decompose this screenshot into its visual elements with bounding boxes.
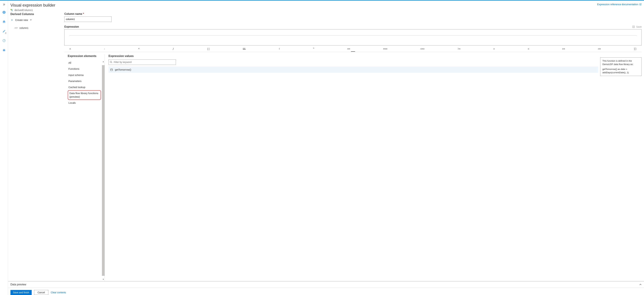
op-gte[interactable]: >= bbox=[561, 47, 566, 50]
svg-rect-1 bbox=[4, 12, 4, 13]
op-gt[interactable]: > bbox=[492, 47, 496, 50]
save-label: Save bbox=[636, 25, 642, 28]
elem-dataflow-lib[interactable]: Data flow library functions (preview) bbox=[68, 90, 101, 100]
header: Visual expression builder derivedColumn1… bbox=[8, 0, 644, 12]
op-minus[interactable]: - bbox=[103, 47, 106, 50]
op-and[interactable]: && bbox=[242, 47, 247, 50]
external-link-icon bbox=[639, 3, 642, 5]
gauge-icon bbox=[2, 39, 6, 42]
plus-icon: ＋ bbox=[10, 18, 14, 22]
column-name-input[interactable] bbox=[64, 16, 112, 22]
clear-contents-link[interactable]: Clear contents bbox=[51, 291, 66, 294]
derived-columns-panel: Derived Columns ＋ Create new ANY column1 bbox=[10, 12, 64, 281]
content-area: Derived Columns ＋ Create new ANY column1… bbox=[8, 12, 644, 281]
op-plus[interactable]: + bbox=[68, 47, 72, 50]
rail-author[interactable]: 2 bbox=[1, 28, 8, 34]
chevron-down-icon bbox=[30, 19, 32, 21]
expression-label: Expression bbox=[64, 25, 79, 28]
scroll-up-icon[interactable]: ▲ bbox=[102, 60, 104, 63]
op-eqs[interactable]: === bbox=[382, 47, 388, 50]
rail-author-badge: 2 bbox=[5, 32, 7, 34]
value-row-gettomorrow[interactable]: getTomorrow() bbox=[108, 66, 598, 73]
svg-rect-5 bbox=[10, 9, 12, 10]
elements-scrollbar[interactable]: ▲ ▼ bbox=[102, 60, 105, 281]
scroll-down-icon[interactable]: ▼ bbox=[102, 278, 104, 281]
cancel-button[interactable]: Cancel bbox=[34, 290, 48, 295]
tooltip-line1: This function is defined in the DemoUDF … bbox=[602, 59, 640, 66]
elem-parameters[interactable]: Parameters bbox=[68, 78, 105, 84]
op-mul[interactable]: * bbox=[137, 47, 140, 50]
rail-expand[interactable] bbox=[1, 1, 8, 8]
svg-rect-4 bbox=[3, 50, 5, 50]
data-preview-title: Data preview bbox=[10, 283, 26, 286]
svg-rect-6 bbox=[12, 9, 12, 10]
expression-elements-title: Expression elements bbox=[68, 54, 105, 58]
op-idx[interactable]: [] bbox=[633, 47, 638, 50]
elem-input-schema[interactable]: Input schema bbox=[68, 72, 105, 78]
elem-cached-lookup[interactable]: Cached lookup bbox=[68, 84, 105, 90]
save-icon bbox=[632, 25, 635, 28]
column-name-text: column1 bbox=[20, 27, 28, 29]
main-column: Visual expression builder derivedColumn1… bbox=[8, 0, 644, 295]
op-lt[interactable]: < bbox=[527, 47, 530, 50]
right-panel: Column name * Expression Save + - * bbox=[64, 12, 644, 281]
svg-point-9 bbox=[110, 61, 112, 63]
function-tooltip: This function is defined in the DemoUDF … bbox=[600, 57, 642, 76]
svg-rect-10 bbox=[110, 69, 112, 71]
left-rail: 2 bbox=[0, 0, 8, 295]
doc-link[interactable]: Expression reference documentation bbox=[597, 3, 642, 6]
page-title: Visual expression builder bbox=[10, 3, 55, 7]
create-new-label: Create new bbox=[15, 18, 28, 21]
app-root: 2 Visual expression builder derivedColum… bbox=[0, 0, 644, 295]
breadcrumb-text: derivedColumn1 bbox=[14, 8, 33, 11]
column-name-label: Column name * bbox=[64, 12, 642, 15]
breadcrumb: derivedColumn1 bbox=[10, 8, 55, 11]
elem-locals[interactable]: Locals bbox=[68, 100, 105, 106]
svg-rect-8 bbox=[632, 26, 634, 28]
operator-bar: + - * / || && ! ^ == === <=> != > < >= <… bbox=[64, 45, 642, 52]
svg-rect-7 bbox=[12, 10, 12, 11]
op-not[interactable]: ! bbox=[278, 47, 281, 50]
save-and-finish-button[interactable]: Save and finish bbox=[10, 290, 32, 295]
footer: Save and finish Cancel Clear contents bbox=[8, 288, 644, 295]
derived-columns-title: Derived Columns bbox=[10, 12, 64, 16]
filter-wrap bbox=[108, 59, 176, 65]
data-preview-toggle[interactable] bbox=[639, 283, 642, 286]
expression-values-panel: Expression values getTomorrow() bbox=[105, 54, 600, 281]
op-xor[interactable]: ^ bbox=[312, 47, 315, 50]
filter-input[interactable] bbox=[108, 59, 176, 65]
chevron-double-right-icon bbox=[3, 3, 6, 6]
rail-info[interactable] bbox=[1, 9, 8, 16]
rail-home[interactable] bbox=[1, 18, 8, 25]
op-cmp[interactable]: <=> bbox=[420, 47, 426, 50]
column-type-badge: ANY bbox=[14, 27, 18, 29]
doc-link-text: Expression reference documentation bbox=[597, 3, 638, 6]
calendar-icon bbox=[110, 68, 113, 71]
tooltip-line2: getTomorrow() as date = addDays(currentD… bbox=[602, 67, 640, 74]
elem-all[interactable]: All bbox=[68, 60, 105, 66]
bottom-split: Expression elements All Functions Input … bbox=[64, 52, 642, 281]
scroll-thumb[interactable] bbox=[102, 65, 105, 276]
derived-column-item[interactable]: ANY column1 bbox=[10, 26, 64, 30]
op-or[interactable]: || bbox=[206, 47, 211, 50]
create-new-button[interactable]: ＋ Create new bbox=[10, 18, 64, 22]
resize-grip[interactable] bbox=[351, 51, 355, 52]
op-neq[interactable]: != bbox=[457, 47, 462, 50]
expression-elements-panel: Expression elements All Functions Input … bbox=[64, 54, 105, 281]
required-asterisk: * bbox=[83, 12, 84, 15]
data-preview-bar[interactable]: Data preview bbox=[8, 281, 644, 288]
info-icon bbox=[2, 10, 6, 14]
op-lte[interactable]: <= bbox=[597, 47, 602, 50]
expression-editor[interactable] bbox=[64, 29, 642, 45]
search-icon bbox=[110, 61, 112, 63]
home-icon bbox=[2, 20, 6, 23]
chevron-up-icon bbox=[639, 283, 642, 286]
op-div[interactable]: / bbox=[172, 47, 175, 50]
elem-functions[interactable]: Functions bbox=[68, 66, 105, 72]
rail-manage[interactable] bbox=[1, 47, 8, 53]
svg-point-2 bbox=[4, 11, 4, 12]
op-eq[interactable]: == bbox=[346, 47, 351, 50]
dataflow-icon bbox=[10, 9, 13, 11]
rail-monitor[interactable] bbox=[1, 37, 8, 44]
save-expression-button[interactable]: Save bbox=[632, 25, 642, 28]
